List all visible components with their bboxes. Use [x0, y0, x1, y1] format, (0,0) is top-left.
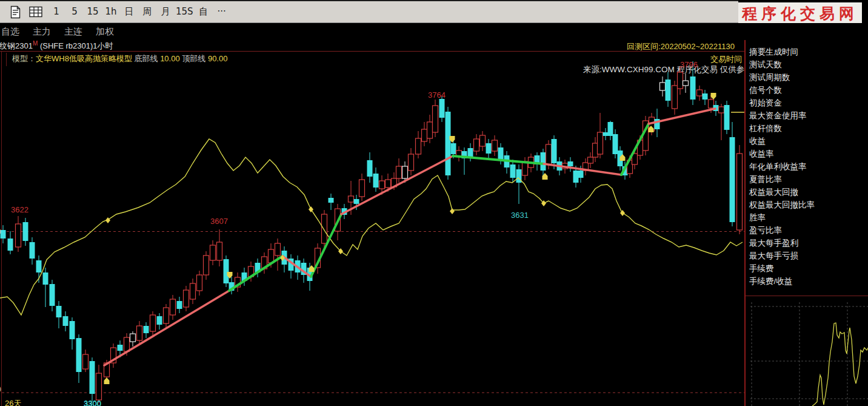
contract-tab[interactable]: 主连 [64, 26, 82, 38]
period-button[interactable]: 日 [120, 6, 138, 18]
summary-stat-label: 夏普比率 [746, 173, 868, 186]
summary-stat-label: 收益率 [746, 147, 868, 160]
summary-stat-label: 胜率 [746, 211, 868, 224]
svg-text:3622: 3622 [11, 205, 28, 214]
period-button[interactable]: 周 [138, 6, 156, 18]
instrument-detail: (SHFE rb2301)1小时 [38, 41, 113, 50]
summary-stat-label: 盈亏比率 [746, 224, 868, 237]
summary-stat-label: 摘要生成时间 [746, 46, 868, 58]
period-button[interactable]: 15S [175, 6, 195, 18]
equity-curve-mini-chart[interactable] [746, 300, 868, 406]
period-button[interactable]: 15 [84, 6, 102, 18]
summary-stat-label: 初始资金 [746, 96, 868, 109]
summary-stat-label: 测试天数 [746, 58, 868, 71]
contract-tab-row: 自选主力主连加权 [0, 23, 868, 40]
svg-text:3631: 3631 [511, 211, 529, 220]
summary-stat-label: 权益最大回撤 [746, 186, 868, 198]
svg-text:3764: 3764 [428, 90, 446, 100]
summary-stat-label: 信号个数 [746, 84, 868, 96]
summary-stat-label: 权益最大回撤比率 [746, 198, 868, 211]
summary-stat-label: 手续费/收益 [746, 275, 868, 288]
svg-text:3796: 3796 [680, 60, 698, 69]
backtest-range-label: 回测区间:20220502~20221130 [627, 41, 735, 51]
contract-tab[interactable]: 加权 [96, 26, 114, 38]
summary-stat-label: 收益 [746, 135, 868, 147]
summary-stat-list: 摘要生成时间测试天数测试周期数信号个数初始资金最大资金使用率杠杆倍数收益收益率年… [746, 40, 868, 288]
summary-stat-label: 最大每手亏损 [746, 249, 868, 262]
main-chart-panel[interactable]: 模型：文华WH8低吸高抛策略模型 底部线 10.00 顶部线 90.00 交易时… [0, 51, 744, 406]
main-contract-marker: M [33, 40, 38, 47]
svg-text:3300: 3300 [84, 399, 101, 406]
candlestick-chart[interactable]: 3622360737643796363133000026天3300 [0, 52, 744, 406]
contract-tab[interactable]: 自选 [1, 26, 19, 38]
svg-text:3607: 3607 [210, 217, 228, 226]
table-grid-icon[interactable] [27, 4, 45, 20]
instrument-title-bar: 螺纹钢2301M (SHFE rb2301)1小时 回测区间:20220502~… [0, 40, 738, 51]
summary-stat-label: 年化单利收益率 [746, 160, 868, 173]
document-icon[interactable] [6, 4, 24, 20]
period-button[interactable]: 1h [102, 6, 120, 18]
period-button[interactable]: 1 [47, 6, 65, 18]
period-button[interactable]: 月 [156, 6, 175, 18]
summary-stat-label: 最大资金使用率 [746, 109, 868, 122]
contract-tab[interactable]: 主力 [33, 26, 51, 38]
period-buttons: 15151h日周月15S自··· [47, 6, 231, 18]
instrument-name: 螺纹钢2301 [0, 41, 33, 51]
divider [746, 296, 868, 296]
svg-text:26天: 26天 [5, 399, 21, 406]
summary-stat-label: 手续费 [746, 262, 868, 275]
site-logo-title: 程序化交易网 [738, 4, 862, 24]
contract-tabs: 自选主力主连加权 [1, 26, 114, 38]
period-button[interactable]: 5 [65, 6, 84, 18]
summary-stat-label: 测试周期数 [746, 71, 868, 84]
summary-stat-label: 杠杆倍数 [746, 122, 868, 135]
summary-stat-label: 最大每手盈利 [746, 237, 868, 249]
svg-text:0: 0 [0, 385, 1, 394]
period-button[interactable]: ··· [213, 6, 231, 18]
top-toolbar: 15151h日周月15S自··· [0, 0, 738, 23]
backtest-summary-sidebar: 摘要生成时间测试天数测试周期数信号个数初始资金最大资金使用率杠杆倍数收益收益率年… [744, 40, 868, 406]
application-window: 15151h日周月15S自··· 程序化交易网 WWW.CXH99.COM 30… [0, 0, 868, 406]
period-button[interactable]: 自 [195, 6, 213, 18]
